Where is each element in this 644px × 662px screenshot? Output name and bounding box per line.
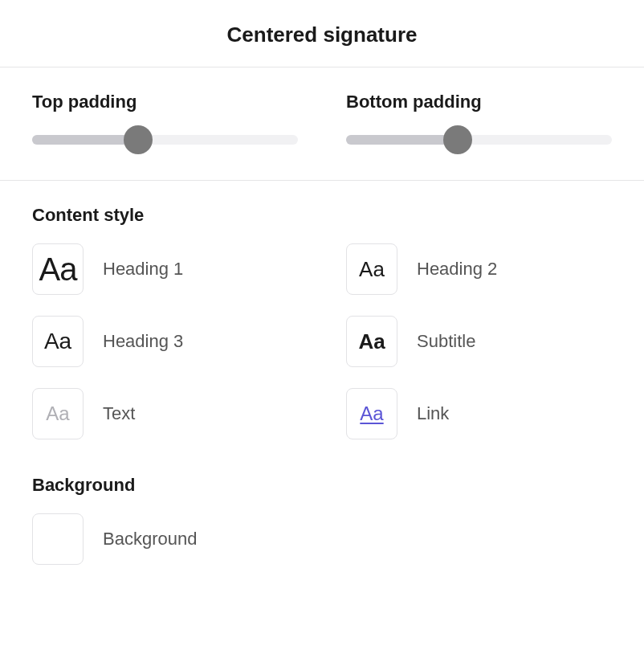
top-padding-thumb[interactable]: [124, 125, 153, 154]
bottom-padding-label: Bottom padding: [346, 92, 612, 112]
style-swatch-text: Aa: [32, 388, 84, 439]
top-padding-fill: [32, 135, 138, 145]
page-title: Centered signature: [0, 22, 644, 47]
aa-sample-icon: Aa: [360, 404, 383, 423]
background-heading: Background: [32, 475, 612, 496]
style-swatch-subtitle: Aa: [346, 316, 397, 367]
style-label-heading-3: Heading 3: [103, 331, 183, 352]
content-style-heading: Content style: [32, 205, 612, 226]
style-option-heading-1[interactable]: Aa Heading 1: [32, 243, 298, 295]
style-option-heading-2[interactable]: Aa Heading 2: [346, 243, 612, 295]
style-swatch-heading-1: Aa: [32, 243, 84, 295]
aa-sample-icon: Aa: [44, 330, 71, 353]
style-option-subtitle[interactable]: Aa Subtitle: [346, 316, 612, 367]
background-section: Background Background: [0, 467, 644, 592]
style-option-heading-3[interactable]: Aa Heading 3: [32, 316, 298, 367]
style-option-link[interactable]: Aa Link: [346, 388, 612, 439]
content-style-grid: Aa Heading 1 Aa Heading 2 Aa Heading 3 A…: [32, 243, 612, 439]
aa-sample-icon: Aa: [46, 404, 69, 423]
top-padding-label: Top padding: [32, 92, 298, 112]
bottom-padding-control: Bottom padding: [346, 92, 612, 145]
padding-section: Top padding Bottom padding: [0, 67, 644, 180]
style-label-link: Link: [417, 403, 449, 424]
aa-sample-icon: Aa: [359, 259, 385, 280]
style-swatch-link: Aa: [346, 388, 397, 439]
style-swatch-heading-2: Aa: [346, 243, 397, 295]
background-swatch: [32, 513, 84, 565]
content-style-section: Content style Aa Heading 1 Aa Heading 2 …: [0, 181, 644, 467]
style-swatch-heading-3: Aa: [32, 316, 84, 367]
style-label-heading-2: Heading 2: [417, 259, 497, 280]
background-label: Background: [103, 529, 197, 550]
aa-sample-icon: Aa: [358, 331, 385, 352]
style-label-heading-1: Heading 1: [103, 259, 183, 280]
aa-sample-icon: Aa: [39, 253, 77, 285]
style-label-subtitle: Subtitle: [417, 331, 475, 352]
top-padding-slider[interactable]: [32, 135, 298, 145]
style-label-text: Text: [103, 403, 135, 424]
top-padding-control: Top padding: [32, 92, 298, 145]
background-option[interactable]: Background: [32, 513, 612, 565]
header: Centered signature: [0, 0, 644, 67]
bottom-padding-fill: [346, 135, 458, 145]
style-option-text[interactable]: Aa Text: [32, 388, 298, 439]
bottom-padding-slider[interactable]: [346, 135, 612, 145]
bottom-padding-thumb[interactable]: [443, 125, 472, 154]
